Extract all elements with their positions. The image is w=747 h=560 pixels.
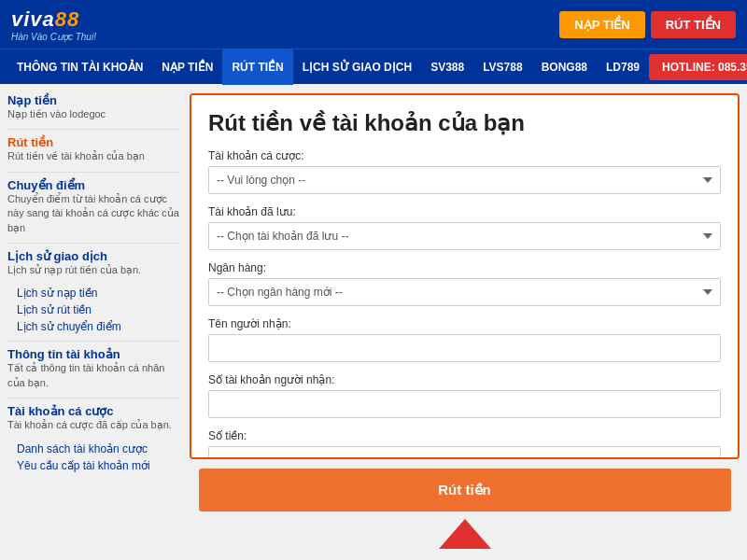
label-tai-khoan-luu: Tài khoản đã lưu:: [208, 205, 721, 218]
arrow-container: [437, 517, 493, 551]
hotline: HOTLINE: 085.355.2222: [649, 54, 747, 80]
nav-lich-su[interactable]: LỊCH SỬ GIAO DỊCH: [293, 49, 421, 85]
svg-marker-0: [439, 519, 491, 549]
form-group-so-tai-khoan: Số tài khoản người nhận:: [208, 373, 721, 418]
sidebar-sub-rut-tien[interactable]: Lịch sử rút tiền: [17, 301, 180, 318]
input-so-tai-khoan[interactable]: [208, 390, 721, 418]
sidebar-lich-su-desc: Lịch sử nạp rút tiền của bạn.: [7, 263, 180, 277]
logo-area: viva88 Hàn Vào Cược Thui!: [11, 7, 96, 42]
sidebar-tai-khoan-title: Tài khoản cá cược: [7, 404, 180, 418]
nav-rut-tien[interactable]: RÚT TIỀN: [222, 49, 292, 85]
navbar: THÔNG TIN TÀI KHOẢN NẠP TIỀN RÚT TIỀN LỊ…: [0, 49, 747, 84]
nap-tien-button[interactable]: NẠP TIỀN: [559, 11, 644, 38]
form-group-tai-khoan-ca-cuoc: Tài khoản cá cược: -- Vui lòng chọn --: [208, 149, 721, 194]
sidebar-thong-tin-desc: Tất cả thông tin tài khoản cá nhân của b…: [7, 361, 180, 390]
sidebar-nap-tien-desc: Nạp tiền vào lodegoc: [7, 107, 180, 121]
sidebar-item-chuyen-diem[interactable]: Chuyển điểm Chuyển điểm từ tài khoản cá …: [7, 178, 180, 235]
input-so-tien[interactable]: [208, 446, 721, 459]
sidebar-item-tai-khoan-ca-cuoc[interactable]: Tài khoản cá cược Tài khoản cá cược đã c…: [7, 404, 180, 432]
label-so-tien: Số tiền:: [208, 429, 721, 442]
form-group-so-tien: Số tiền:: [208, 429, 721, 459]
sidebar-thong-tin-title: Thông tin tài khoản: [7, 347, 180, 361]
sidebar-lich-su-subs: Lịch sử nạp tiền Lịch sử rút tiền Lịch s…: [17, 285, 180, 335]
form-group-ten-nguoi-nhan: Tên người nhận:: [208, 317, 721, 362]
label-so-tai-khoan: Số tài khoản người nhận:: [208, 373, 721, 386]
sidebar-nap-tien-title: Nạp tiền: [7, 93, 180, 107]
sidebar-divider-3: [7, 243, 180, 244]
sidebar-item-nap-tien[interactable]: Nạp tiền Nạp tiền vào lodegoc: [7, 93, 180, 121]
sidebar-divider-4: [7, 341, 180, 342]
sidebar-divider-5: [7, 398, 180, 399]
sidebar-divider-2: [7, 172, 180, 173]
rut-tien-header-button[interactable]: RÚT TIỀN: [651, 11, 736, 38]
select-ngan-hang[interactable]: -- Chọn ngân hàng mới --: [208, 278, 721, 306]
nav-ld789[interactable]: LD789: [597, 49, 649, 85]
sidebar-lich-su-title: Lịch sử giao dịch: [7, 249, 180, 263]
form-group-tai-khoan-luu: Tài khoản đã lưu: -- Chọn tài khoản đã l…: [208, 205, 721, 250]
header-buttons: NẠP TIỀN RÚT TIỀN: [559, 11, 736, 38]
nav-thong-tin[interactable]: THÔNG TIN TÀI KHOẢN: [7, 49, 152, 85]
sidebar-sub-nap-tien[interactable]: Lịch sử nạp tiền: [17, 285, 180, 301]
sidebar-rut-tien-title: Rút tiền: [7, 135, 180, 149]
form-group-ngan-hang: Ngân hàng: -- Chọn ngân hàng mới --: [208, 261, 721, 306]
sidebar-rut-tien-desc: Rút tiền về tài khoản của bạn: [7, 149, 180, 163]
nav-bong88[interactable]: BONG88: [532, 49, 597, 85]
rut-tien-submit-button[interactable]: Rút tiền: [199, 469, 731, 511]
sidebar-tai-khoan-desc: Tài khoản cá cược đã cấp của bạn.: [7, 418, 180, 432]
label-ngan-hang: Ngân hàng:: [208, 261, 721, 274]
input-ten-nguoi-nhan[interactable]: [208, 334, 721, 362]
label-ten-nguoi-nhan: Tên người nhận:: [208, 317, 721, 330]
sidebar-chuyen-diem-title: Chuyển điểm: [7, 178, 180, 192]
logo-subtitle: Hàn Vào Cược Thui!: [11, 32, 96, 42]
sidebar: Nạp tiền Nạp tiền vào lodegoc Rút tiền R…: [7, 93, 180, 551]
form-title: Rút tiền về tài khoản của bạn: [208, 110, 721, 136]
header: viva88 Hàn Vào Cược Thui! NẠP TIỀN RÚT T…: [0, 0, 747, 49]
submit-section: Rút tiền: [190, 469, 740, 551]
sidebar-item-rut-tien[interactable]: Rút tiền Rút tiền về tài khoản của bạn: [7, 135, 180, 163]
arrow-up-icon: [437, 517, 493, 551]
nav-sv388[interactable]: SV388: [421, 49, 473, 85]
select-tai-khoan-luu[interactable]: -- Chọn tài khoản đã lưu --: [208, 222, 721, 250]
sidebar-divider-1: [7, 129, 180, 130]
sidebar-item-thong-tin[interactable]: Thông tin tài khoản Tất cả thông tin tài…: [7, 347, 180, 390]
rut-tien-form: Rút tiền về tài khoản của bạn Tài khoản …: [190, 93, 740, 459]
nav-items: THÔNG TIN TÀI KHOẢN NẠP TIỀN RÚT TIỀN LỊ…: [7, 49, 649, 85]
logo: viva88: [11, 7, 96, 32]
nav-lvs788[interactable]: LVS788: [473, 49, 531, 85]
sidebar-item-lich-su[interactable]: Lịch sử giao dịch Lịch sử nạp rút tiền c…: [7, 249, 180, 277]
nav-nap-tien[interactable]: NẠP TIỀN: [152, 49, 222, 85]
select-tai-khoan-ca-cuoc[interactable]: -- Vui lòng chọn --: [208, 166, 721, 194]
main-content: Nạp tiền Nạp tiền vào lodegoc Rút tiền R…: [0, 84, 747, 560]
sidebar-chuyen-diem-desc: Chuyển điểm từ tài khoản cá cược này san…: [7, 192, 180, 235]
sidebar-sub-chuyen-diem[interactable]: Lịch sử chuyển điểm: [17, 318, 180, 335]
sidebar-sub-yeu-cau[interactable]: Yêu cầu cấp tài khoản mới: [17, 457, 180, 474]
label-tai-khoan-ca-cuoc: Tài khoản cá cược:: [208, 149, 721, 162]
sidebar-tai-khoan-subs: Danh sách tài khoản cược Yêu cầu cấp tài…: [17, 441, 180, 474]
sidebar-sub-danh-sach[interactable]: Danh sách tài khoản cược: [17, 441, 180, 457]
